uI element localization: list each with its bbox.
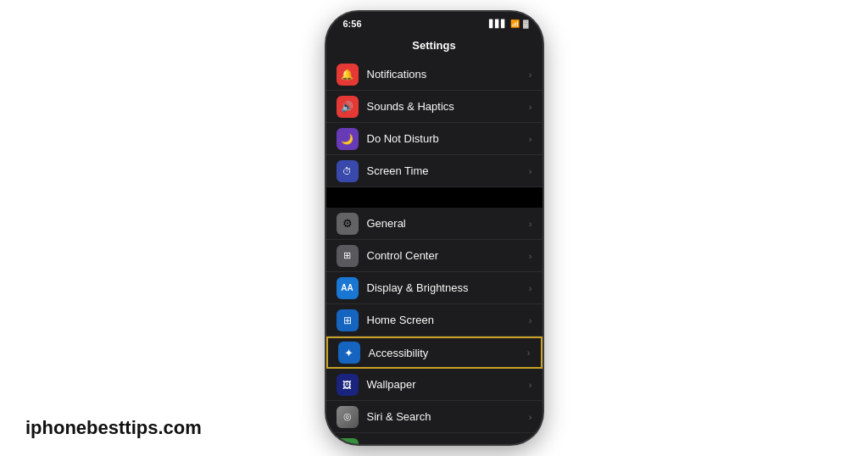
settings-list[interactable]: 🔔 Notifications › 🔊 Sounds & Haptics › 🌙 xyxy=(326,58,542,444)
chevron-icon: › xyxy=(529,251,532,261)
chevron-icon: › xyxy=(529,412,532,422)
status-icons: ▋▋▋ 📶 ▓ xyxy=(489,19,529,28)
screentime-label: Screen Time xyxy=(367,164,529,177)
row-wallpaper[interactable]: 🖼 Wallpaper › xyxy=(326,369,542,401)
row-screentime[interactable]: ⏱ Screen Time › xyxy=(326,155,542,187)
display-icon: AA xyxy=(337,277,359,299)
row-faceid[interactable]: 👤 Face ID & Passcode › xyxy=(326,433,542,444)
accessibility-label: Accessibility xyxy=(369,347,527,359)
wifi-icon: 📶 xyxy=(510,19,520,28)
donotdisturb-icon: 🌙 xyxy=(337,128,359,150)
watermark: iphonebesttips.com xyxy=(25,417,202,439)
donotdisturb-label: Do Not Disturb xyxy=(367,132,529,145)
signal-icon: ▋▋▋ xyxy=(489,19,507,28)
homescreen-icon: ⊞ xyxy=(337,309,359,331)
faceid-label: Face ID & Passcode xyxy=(367,442,529,444)
chevron-icon: › xyxy=(527,348,531,358)
section-gap xyxy=(326,187,542,208)
siri-icon: ◎ xyxy=(337,406,359,428)
screentime-icon: ⏱ xyxy=(337,160,359,182)
chevron-icon: › xyxy=(529,166,532,176)
notifications-icon: 🔔 xyxy=(337,64,359,86)
chevron-icon: › xyxy=(529,283,532,293)
row-siri[interactable]: ◎ Siri & Search › xyxy=(326,401,542,433)
general-label: General xyxy=(367,217,529,230)
page-title: Settings xyxy=(326,36,542,58)
row-general[interactable]: ⚙ General › xyxy=(326,208,542,240)
section-1: 🔔 Notifications › 🔊 Sounds & Haptics › 🌙 xyxy=(326,58,542,187)
status-time: 6:56 xyxy=(343,19,362,29)
row-homescreen[interactable]: ⊞ Home Screen › xyxy=(326,304,542,336)
display-label: Display & Brightness xyxy=(367,281,529,294)
row-accessibility[interactable]: ✦ Accessibility › xyxy=(326,336,542,369)
row-sounds[interactable]: 🔊 Sounds & Haptics › xyxy=(326,91,542,123)
chevron-icon: › xyxy=(529,219,532,229)
faceid-icon: 👤 xyxy=(337,438,359,445)
general-icon: ⚙ xyxy=(337,213,359,235)
homescreen-label: Home Screen xyxy=(367,314,529,326)
row-controlcenter[interactable]: ⊞ Control Center › xyxy=(326,240,542,272)
accessibility-icon: ✦ xyxy=(338,342,360,364)
wallpaper-label: Wallpaper xyxy=(367,378,529,391)
chevron-icon: › xyxy=(529,315,532,325)
controlcenter-label: Control Center xyxy=(367,249,529,262)
wallpaper-icon: 🖼 xyxy=(337,374,359,396)
chevron-icon: › xyxy=(529,102,532,112)
row-notifications[interactable]: 🔔 Notifications › xyxy=(326,58,542,91)
chevron-icon: › xyxy=(529,134,532,144)
chevron-icon: › xyxy=(529,70,532,80)
phone-frame: 6:56 ▋▋▋ 📶 ▓ Settings 🔔 Notifications › xyxy=(326,12,542,444)
row-donotdisturb[interactable]: 🌙 Do Not Disturb › xyxy=(326,123,542,155)
siri-label: Siri & Search xyxy=(367,410,529,423)
row-display[interactable]: AA Display & Brightness › xyxy=(326,272,542,304)
status-bar: 6:56 ▋▋▋ 📶 ▓ xyxy=(326,12,542,36)
sounds-icon: 🔊 xyxy=(337,96,359,118)
notifications-label: Notifications xyxy=(367,68,529,81)
controlcenter-icon: ⊞ xyxy=(337,245,359,267)
chevron-icon: › xyxy=(529,444,532,445)
chevron-icon: › xyxy=(529,380,532,390)
section-2: ⚙ General › ⊞ Control Center › AA D xyxy=(326,208,542,444)
battery-icon: ▓ xyxy=(523,19,529,28)
sounds-label: Sounds & Haptics xyxy=(367,100,529,113)
